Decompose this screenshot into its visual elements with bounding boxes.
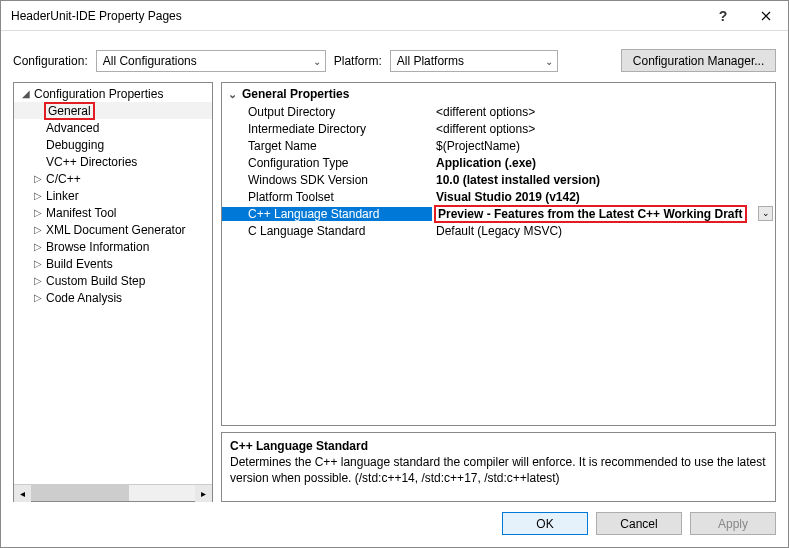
property-row[interactable]: C Language StandardDefault (Legacy MSVC)	[222, 222, 775, 239]
chevron-down-icon: ⌄	[313, 55, 321, 66]
property-group-header[interactable]: ⌄ General Properties	[222, 85, 775, 103]
expand-icon[interactable]: ▷	[32, 190, 44, 201]
tree-item-debugging[interactable]: Debugging	[14, 136, 212, 153]
property-row[interactable]: Target Name$(ProjectName)	[222, 137, 775, 154]
platform-value: All Platforms	[397, 54, 464, 68]
scroll-thumb[interactable]	[31, 485, 129, 501]
tree-item-linker[interactable]: ▷Linker	[14, 187, 212, 204]
tree[interactable]: ◢ Configuration Properties GeneralAdvanc…	[14, 83, 212, 484]
property-row[interactable]: Platform ToolsetVisual Studio 2019 (v142…	[222, 188, 775, 205]
tree-item-c-c-[interactable]: ▷C/C++	[14, 170, 212, 187]
tree-item-label: VC++ Directories	[44, 155, 139, 169]
property-row[interactable]: Output Directory<different options>	[222, 103, 775, 120]
property-name: Output Directory	[222, 105, 432, 119]
configuration-manager-button[interactable]: Configuration Manager...	[621, 49, 776, 72]
tree-item-label: Code Analysis	[44, 291, 124, 305]
property-grid: ⌄ General Properties Output Directory<di…	[221, 82, 776, 426]
tree-item-advanced[interactable]: Advanced	[14, 119, 212, 136]
property-name: C++ Language Standard	[222, 207, 432, 221]
tree-item-browse-information[interactable]: ▷Browse Information	[14, 238, 212, 255]
property-name: Windows SDK Version	[222, 173, 432, 187]
property-value[interactable]: Default (Legacy MSVC)	[432, 224, 775, 238]
expand-icon[interactable]: ▷	[32, 292, 44, 303]
tree-root[interactable]: ◢ Configuration Properties	[14, 85, 212, 102]
description-body: Determines the C++ language standard the…	[230, 455, 767, 486]
help-button[interactable]: ?	[703, 1, 743, 31]
expand-icon[interactable]: ▷	[32, 275, 44, 286]
tree-item-label: Custom Build Step	[44, 274, 147, 288]
tree-root-label: Configuration Properties	[32, 87, 165, 101]
dropdown-button[interactable]: ⌄	[758, 206, 773, 221]
tree-item-label: Build Events	[44, 257, 115, 271]
property-name: Target Name	[222, 139, 432, 153]
expand-icon[interactable]: ▷	[32, 224, 44, 235]
tree-item-label: Browse Information	[44, 240, 151, 254]
tree-item-label: Advanced	[44, 121, 101, 135]
tree-item-label: Manifest Tool	[44, 206, 118, 220]
window-title: HeaderUnit-IDE Property Pages	[11, 9, 703, 23]
tree-item-vc-directories[interactable]: VC++ Directories	[14, 153, 212, 170]
property-value[interactable]: Visual Studio 2019 (v142)	[432, 190, 775, 204]
dialog-footer: OK Cancel Apply	[1, 502, 788, 535]
configuration-dropdown[interactable]: All Configurations ⌄	[96, 50, 326, 72]
tree-horizontal-scrollbar[interactable]: ◂ ▸	[14, 484, 212, 501]
configuration-value: All Configurations	[103, 54, 197, 68]
property-value[interactable]: $(ProjectName)	[432, 139, 775, 153]
cancel-button[interactable]: Cancel	[596, 512, 682, 535]
tree-item-build-events[interactable]: ▷Build Events	[14, 255, 212, 272]
collapse-icon[interactable]: ◢	[20, 88, 32, 99]
tree-panel: ◢ Configuration Properties GeneralAdvanc…	[13, 82, 213, 502]
ok-button[interactable]: OK	[502, 512, 588, 535]
description-panel: C++ Language Standard Determines the C++…	[221, 432, 776, 502]
property-row[interactable]: C++ Language StandardPreview - Features …	[222, 205, 775, 222]
scroll-right-button[interactable]: ▸	[195, 485, 212, 502]
property-value-text: Preview - Features from the Latest C++ W…	[434, 205, 747, 223]
expand-icon[interactable]: ▷	[32, 241, 44, 252]
apply-button[interactable]: Apply	[690, 512, 776, 535]
property-row[interactable]: Configuration TypeApplication (.exe)	[222, 154, 775, 171]
tree-item-xml-document-generator[interactable]: ▷XML Document Generator	[14, 221, 212, 238]
property-row[interactable]: Intermediate Directory<different options…	[222, 120, 775, 137]
tree-item-manifest-tool[interactable]: ▷Manifest Tool	[14, 204, 212, 221]
tree-item-label: Linker	[44, 189, 81, 203]
platform-label: Platform:	[334, 54, 382, 68]
tree-item-label: Debugging	[44, 138, 106, 152]
tree-item-label: C/C++	[44, 172, 83, 186]
property-group-title: General Properties	[242, 87, 349, 101]
description-title: C++ Language Standard	[230, 439, 767, 453]
expand-icon[interactable]: ▷	[32, 207, 44, 218]
collapse-icon[interactable]: ⌄	[228, 88, 242, 101]
main-area: ◢ Configuration Properties GeneralAdvanc…	[1, 82, 788, 502]
property-name: C Language Standard	[222, 224, 432, 238]
property-value[interactable]: Application (.exe)	[432, 156, 775, 170]
titlebar: HeaderUnit-IDE Property Pages ?	[1, 1, 788, 31]
expand-icon[interactable]: ▷	[32, 258, 44, 269]
tree-item-label: XML Document Generator	[44, 223, 188, 237]
property-value[interactable]: Preview - Features from the Latest C++ W…	[432, 205, 775, 223]
config-toolbar: Configuration: All Configurations ⌄ Plat…	[1, 31, 788, 82]
expand-icon[interactable]: ▷	[32, 173, 44, 184]
property-name: Intermediate Directory	[222, 122, 432, 136]
tree-item-code-analysis[interactable]: ▷Code Analysis	[14, 289, 212, 306]
tree-item-custom-build-step[interactable]: ▷Custom Build Step	[14, 272, 212, 289]
tree-item-general[interactable]: General	[14, 102, 212, 119]
property-name: Configuration Type	[222, 156, 432, 170]
property-name: Platform Toolset	[222, 190, 432, 204]
scroll-left-button[interactable]: ◂	[14, 485, 31, 502]
close-button[interactable]	[743, 1, 788, 31]
right-panel: ⌄ General Properties Output Directory<di…	[221, 82, 776, 502]
property-row[interactable]: Windows SDK Version10.0 (latest installe…	[222, 171, 775, 188]
platform-dropdown[interactable]: All Platforms ⌄	[390, 50, 558, 72]
property-value[interactable]: 10.0 (latest installed version)	[432, 173, 775, 187]
close-icon	[761, 11, 771, 21]
scroll-track[interactable]	[31, 485, 195, 501]
configuration-label: Configuration:	[13, 54, 88, 68]
tree-item-label: General	[44, 102, 95, 120]
chevron-down-icon: ⌄	[545, 55, 553, 66]
property-value[interactable]: <different options>	[432, 122, 775, 136]
property-value[interactable]: <different options>	[432, 105, 775, 119]
